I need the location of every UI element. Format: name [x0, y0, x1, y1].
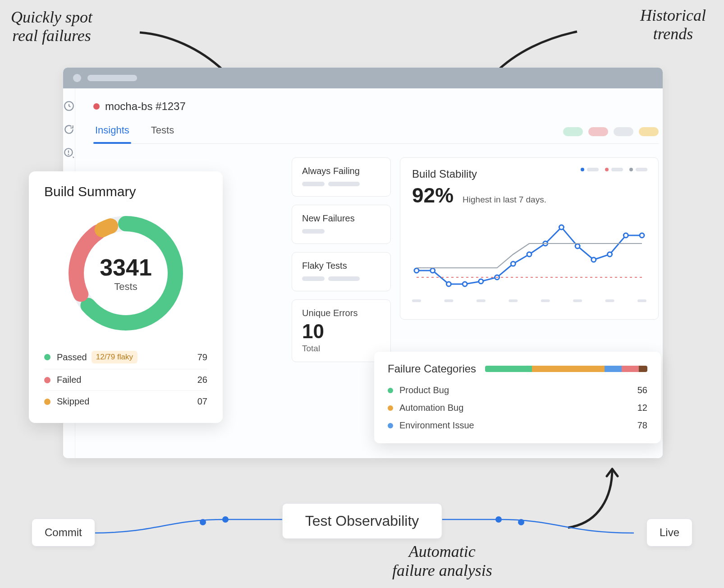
pipeline-live[interactable]: Live: [646, 519, 692, 547]
legend-value: 07: [197, 396, 207, 407]
legend-value: 26: [197, 375, 207, 385]
svg-point-2: [68, 154, 69, 155]
legend-value: 79: [197, 352, 207, 363]
titlebar: [63, 68, 663, 88]
svg-rect-9: [605, 299, 614, 302]
card-new-failures-title: New Failures: [302, 213, 380, 224]
svg-point-20: [559, 225, 564, 230]
build-summary-title: Build Summary: [44, 184, 207, 199]
pipeline-commit[interactable]: Commit: [32, 519, 95, 547]
pill-green[interactable]: [563, 127, 583, 136]
card-always-failing-title: Always Failing: [302, 166, 380, 176]
refresh-icon[interactable]: [63, 124, 75, 135]
fc-value: 78: [637, 420, 647, 431]
svg-rect-4: [444, 299, 453, 302]
svg-point-31: [222, 516, 229, 523]
stability-chart: [412, 212, 646, 302]
svg-point-15: [479, 279, 483, 284]
window-dot-icon: [73, 74, 81, 82]
card-flaky-tests-title: Flaky Tests: [302, 261, 380, 271]
svg-point-18: [527, 252, 532, 257]
svg-point-23: [608, 252, 612, 257]
url-placeholder: [87, 75, 137, 81]
pill-pink[interactable]: [588, 127, 608, 136]
svg-point-17: [511, 262, 515, 266]
pipeline-center[interactable]: Test Observability: [282, 503, 442, 539]
svg-point-13: [446, 282, 451, 286]
run-header: mocha-bs #1237: [93, 100, 659, 113]
svg-point-30: [200, 519, 206, 525]
svg-point-21: [575, 244, 580, 248]
fc-segment: [485, 366, 532, 372]
donut-label: Tests: [114, 281, 137, 293]
svg-point-33: [518, 519, 524, 525]
flaky-badge: 12/79 flaky: [92, 351, 137, 363]
legend-row: Skipped07: [44, 390, 207, 412]
svg-point-22: [591, 257, 596, 262]
fc-segment: [532, 366, 605, 372]
fc-dot-icon: [388, 388, 393, 393]
donut-chart: 3341 Tests: [63, 210, 189, 336]
failure-categories-bar: [485, 366, 647, 372]
legend-label: Skipped: [57, 396, 89, 407]
stability-value: 92%: [412, 183, 454, 207]
svg-point-14: [463, 282, 467, 286]
svg-point-11: [414, 268, 419, 273]
fc-label: Automation Bug: [399, 403, 463, 413]
card-build-stability: Build Stability 92% Highest in last 7 da…: [400, 157, 659, 320]
legend-dot-icon: [44, 399, 50, 405]
build-summary-legend: Passed12/79 flaky79Failed26Skipped07: [44, 345, 207, 412]
svg-rect-10: [637, 299, 646, 302]
pipeline: Commit Test Observability Live: [32, 501, 692, 555]
legend-row: Failed26: [44, 369, 207, 390]
fc-dot-icon: [388, 405, 393, 411]
tab-tests[interactable]: Tests: [149, 120, 176, 143]
fc-value: 12: [637, 403, 647, 413]
failure-categories-title: Failure Categories: [388, 363, 476, 375]
fc-segment: [605, 366, 622, 372]
legend-label: Passed: [57, 352, 87, 363]
fc-segment: [622, 366, 639, 372]
legend-dot-icon: [44, 354, 50, 360]
card-build-summary: Build Summary 3341 Tests Passed12/79 fla…: [29, 171, 223, 423]
card-new-failures[interactable]: New Failures: [292, 205, 391, 244]
fc-row: Environment Issue78: [388, 417, 647, 434]
filter-pills: [563, 120, 659, 143]
annotation-spot-failures: Quickly spot real failures: [11, 8, 92, 46]
fc-dot-icon: [388, 423, 393, 428]
svg-point-12: [431, 268, 435, 273]
wrench-icon[interactable]: [63, 100, 75, 112]
card-failure-categories: Failure Categories Product Bug56Automati…: [374, 352, 661, 443]
unique-errors-value: 10: [302, 320, 380, 343]
run-title: mocha-bs #1237: [105, 100, 186, 113]
fc-row: Product Bug56: [388, 381, 647, 399]
card-flaky-tests[interactable]: Flaky Tests: [292, 252, 391, 291]
pill-grey[interactable]: [614, 127, 633, 136]
svg-point-24: [623, 233, 628, 238]
fc-value: 56: [637, 385, 647, 395]
pill-yellow[interactable]: [639, 127, 659, 136]
donut-total: 3341: [100, 254, 152, 281]
fc-label: Environment Issue: [399, 420, 474, 431]
card-always-failing[interactable]: Always Failing: [292, 157, 391, 197]
alert-icon[interactable]: [63, 147, 75, 159]
unique-errors-title: Unique Errors: [302, 308, 380, 318]
svg-rect-6: [509, 299, 518, 302]
stability-subtitle: Highest in last 7 days.: [463, 195, 546, 205]
svg-rect-5: [477, 299, 486, 302]
fc-segment: [639, 366, 647, 372]
unique-errors-label: Total: [302, 344, 380, 354]
svg-rect-7: [541, 299, 550, 302]
annotation-historical-trends: Historical trends: [640, 6, 706, 44]
legend-label: Failed: [57, 375, 81, 385]
legend-dot-icon: [44, 377, 50, 383]
tabs: Insights Tests: [93, 120, 659, 144]
tab-insights[interactable]: Insights: [93, 120, 131, 143]
status-dot-icon: [93, 103, 100, 110]
fc-row: Automation Bug12: [388, 399, 647, 417]
svg-rect-3: [412, 299, 421, 302]
svg-point-25: [640, 233, 644, 238]
svg-rect-8: [573, 299, 582, 302]
failure-categories-list: Product Bug56Automation Bug12Environment…: [388, 381, 647, 434]
fc-label: Product Bug: [399, 385, 449, 395]
